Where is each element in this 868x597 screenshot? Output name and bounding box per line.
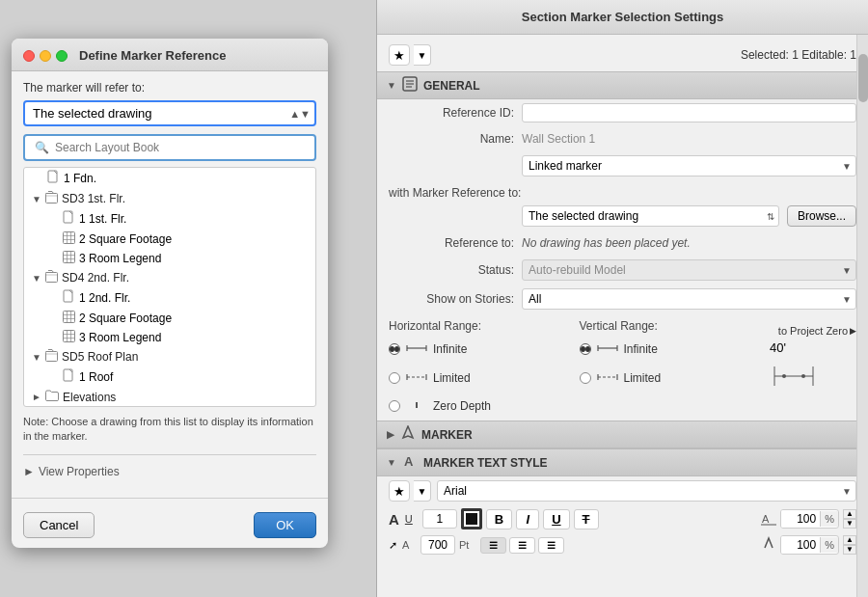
text-style-toggle-icon[interactable]: ▼ (387, 457, 396, 468)
close-button[interactable] (23, 50, 35, 62)
list-item[interactable]: ► Elevations (24, 388, 315, 406)
horizontal-limited-option[interactable]: Limited (389, 362, 560, 393)
range-icon (406, 371, 427, 385)
height-stepper[interactable]: ▲ ▼ (843, 535, 856, 555)
marker-label: MARKER (421, 428, 473, 442)
search-box[interactable]: 🔍 (23, 134, 316, 161)
marker-refer-label: The marker will refer to: (23, 81, 316, 95)
horizontal-infinite-radio[interactable] (389, 343, 400, 355)
svg-rect-20 (64, 331, 75, 342)
height-percentage-controls: % ▲ ▼ (761, 535, 856, 555)
scrollbar-thumb[interactable] (858, 54, 868, 102)
list-item[interactable]: 1 1st. Flr. (24, 208, 315, 230)
text-style-dropdown-button[interactable]: ▼ (414, 480, 431, 502)
marker-type-select[interactable]: Linked marker (522, 155, 856, 176)
font-size-input[interactable] (422, 509, 457, 529)
infinite-label-v: Infinite (624, 342, 658, 356)
pt-size-input[interactable] (420, 535, 455, 555)
selected-drawing-select[interactable]: The selected drawing (23, 100, 316, 126)
minimize-button[interactable] (40, 50, 51, 62)
list-item[interactable]: 2 Square Footage (24, 309, 315, 328)
height-icon: ➚ (389, 539, 397, 552)
align-right-button[interactable]: ☰ (538, 537, 564, 554)
selected-drawing-wrapper[interactable]: The selected drawing ▲▼ (23, 100, 316, 126)
status-select[interactable]: Auto-rebuild Model (522, 259, 856, 281)
file-icon (63, 289, 75, 307)
strikethrough-button[interactable]: T (574, 509, 599, 529)
marker-toggle-icon[interactable]: ▶ (387, 429, 394, 440)
general-label: GENERAL (423, 79, 480, 93)
marker-reference-select[interactable]: The selected drawing (522, 205, 779, 227)
list-item[interactable]: ▼ SD4 2nd. Flr. (24, 268, 315, 287)
vertical-infinite-radio[interactable] (580, 343, 591, 355)
chevron-right-icon: ► (23, 465, 35, 478)
zero-depth-radio[interactable] (389, 400, 400, 412)
bold-button[interactable]: B (486, 509, 512, 529)
list-item[interactable]: 2 Square Footage (24, 230, 315, 249)
show-on-stories-select[interactable]: All (522, 288, 856, 310)
vertical-infinite-option[interactable]: Infinite (580, 340, 751, 358)
search-input[interactable] (55, 141, 305, 154)
text-style-star-button[interactable]: ★ (389, 480, 410, 502)
cancel-button[interactable]: Cancel (23, 512, 95, 538)
align-center-button[interactable]: ☰ (509, 537, 535, 554)
width-stepper-down[interactable]: ▼ (843, 519, 856, 529)
height-pct-label: % (820, 537, 838, 553)
layout-book-tree[interactable]: 1 Fdn. ▼ SD3 1st. Flr. 1 1st. Flr. (23, 167, 316, 407)
list-item[interactable]: ▼ SD3 1st. Flr. (24, 189, 315, 208)
height-stepper-down[interactable]: ▼ (843, 545, 856, 555)
width-percentage-input[interactable] (781, 510, 820, 528)
vertical-limited-option[interactable]: Limited (580, 362, 751, 393)
marker-type-row: Linked marker ▼ (377, 151, 868, 180)
dialog-body: The marker will refer to: The selected d… (12, 71, 328, 498)
vertical-limited-radio[interactable] (580, 372, 591, 384)
zoom-button[interactable] (56, 50, 68, 62)
list-item[interactable]: 3 Room Legend (24, 249, 315, 268)
section-toggle-icon[interactable]: ▼ (387, 80, 396, 91)
marker-text-style-header: ▼ A MARKER TEXT STYLE (377, 448, 868, 476)
dialog-title: Define Marker Reference (79, 48, 226, 63)
browse-button[interactable]: Browse... (787, 205, 856, 227)
font-select-wrapper[interactable]: Arial ▼ (437, 480, 856, 502)
width-stepper-up[interactable]: ▲ (843, 509, 856, 519)
height-stepper-up[interactable]: ▲ (843, 535, 856, 545)
favorite-star-button[interactable]: ★ (389, 44, 410, 66)
grid-icon (63, 311, 75, 326)
width-pct-wrapper[interactable]: % (780, 509, 839, 529)
favorites-dropdown-button[interactable]: ▼ (414, 44, 431, 66)
horizontal-range-col: Horizontal Range: (389, 319, 560, 337)
marker-reference-select-wrapper[interactable]: The selected drawing ⇅ (522, 205, 779, 227)
folder-icon (45, 390, 59, 404)
zero-depth-option[interactable]: Zero Depth (389, 397, 560, 415)
height-percentage-input[interactable] (781, 536, 820, 554)
chevron-right-icon: ► (32, 392, 41, 402)
horizontal-infinite-option[interactable]: Infinite (389, 340, 560, 358)
width-stepper[interactable]: ▲ ▼ (843, 509, 856, 529)
list-item[interactable]: 1 Fdn. (24, 168, 315, 189)
view-properties-button[interactable]: ► View Properties (23, 463, 120, 480)
ok-button[interactable]: OK (254, 512, 316, 538)
status-select-wrapper[interactable]: Auto-rebuild Model ▼ (522, 259, 856, 281)
list-item[interactable]: 3 Room Legend (24, 328, 315, 347)
list-item[interactable]: ▼ SD5 Roof Plan (24, 347, 315, 366)
font-select[interactable]: Arial (437, 480, 856, 502)
pt-label: Pt (459, 539, 469, 551)
reference-id-input[interactable] (522, 103, 856, 122)
scrollbar[interactable] (856, 35, 868, 597)
show-on-stories-select-wrapper[interactable]: All ▼ (522, 288, 856, 310)
chevron-down-icon: ▼ (32, 194, 41, 204)
list-item[interactable]: 1 2nd. Flr. (24, 287, 315, 309)
height-pct-wrapper[interactable]: % (780, 535, 839, 555)
note-text: Note: Choose a drawing from this list to… (23, 415, 316, 445)
panel-content: ★ ▼ Selected: 1 Editable: 1 ▼ GENERAL Re… (377, 35, 868, 597)
underline-button[interactable]: U (543, 509, 569, 529)
list-item[interactable]: 1 Roof (24, 366, 315, 388)
color-swatch[interactable] (461, 508, 482, 529)
reference-to-value: No drawing has been placed yet. (522, 236, 856, 250)
align-left-button[interactable]: ☰ (480, 537, 506, 554)
italic-button[interactable]: I (516, 509, 539, 529)
horizontal-limited-radio[interactable] (389, 372, 400, 384)
marker-type-select-wrapper[interactable]: Linked marker ▼ (522, 155, 856, 176)
text-style-icon: A (402, 453, 418, 472)
svg-point-46 (782, 374, 786, 378)
